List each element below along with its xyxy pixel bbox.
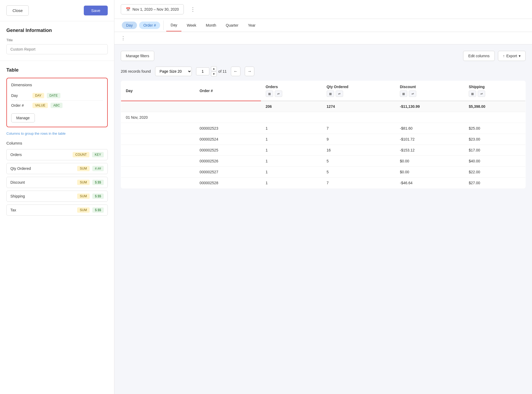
row-discount (395, 112, 464, 123)
row-shipping: $23.00 (464, 134, 525, 145)
tab-week[interactable]: Week (182, 19, 201, 31)
totals-orders: 206 (261, 101, 322, 112)
col-header-orders: Orders ▦ ⇌ (261, 81, 322, 101)
column-tax-tag1: SUM (77, 207, 90, 213)
data-table: Day Order # Orders ▦ ⇌ (121, 81, 526, 188)
toolbar-row: ⋮ (114, 32, 532, 44)
table-row: 000002528 1 7 -$46.64 $27.00 (121, 178, 526, 188)
row-order: 000002525 (195, 145, 261, 156)
tab-day[interactable]: Day (166, 19, 181, 31)
row-order: 000002527 (195, 167, 261, 178)
table-row: 000002527 1 5 $0.00 $22.00 (121, 167, 526, 178)
row-qty: 16 (322, 145, 395, 156)
row-day: 01 Nov, 2020 (121, 112, 195, 123)
qty-sort-icon[interactable]: ⇌ (336, 91, 343, 97)
row-orders: 1 (261, 167, 322, 178)
row-order: 000002528 (195, 178, 261, 188)
more-options-button[interactable]: ⋮ (188, 5, 198, 14)
shipping-sort-icon[interactable]: ⇌ (478, 91, 485, 97)
page-input[interactable] (196, 67, 209, 75)
column-tax-row: Tax SUM $.$$ (6, 204, 108, 216)
table-row: 000002526 1 5 $0.00 $40.00 (121, 156, 526, 167)
page-spin-down[interactable]: ▼ (211, 72, 217, 76)
totals-day (121, 101, 195, 112)
export-button[interactable]: ↑ Export ▾ (498, 51, 526, 61)
manage-button[interactable]: Manage (11, 113, 35, 122)
row-day (121, 134, 195, 145)
table-section: Table Dimensions Day DAY DATE Order # VA… (0, 61, 114, 225)
controls-right: Edit columns ↑ Export ▾ (463, 51, 526, 61)
row-qty: 9 (322, 134, 395, 145)
close-button[interactable]: Close (6, 5, 29, 16)
export-icon: ↑ (503, 54, 505, 58)
date-range-button[interactable]: 📅 Nov 1, 2020 – Nov 30, 2020 (121, 4, 184, 14)
row-shipping: $27.00 (464, 178, 525, 188)
row-day (121, 167, 195, 178)
tab-quarter[interactable]: Quarter (222, 19, 243, 31)
page-nav: ▲ ▼ of 11 (196, 66, 227, 76)
dimension-day-name: Day (11, 93, 30, 98)
column-discount-tag1: SUM (77, 180, 90, 185)
dimensions-hint: Columns to group the rows in the table (6, 132, 108, 136)
column-shipping-tag1: SUM (77, 194, 90, 199)
orders-sort-icon[interactable]: ⇌ (275, 91, 282, 97)
manage-filters-button[interactable]: Manage filters (121, 51, 154, 61)
row-orders: 1 (261, 145, 322, 156)
row-qty: 5 (322, 167, 395, 178)
row-discount: $0.00 (395, 167, 464, 178)
column-discount-tag2: $.$$ (92, 180, 104, 185)
export-label: Export (506, 54, 517, 58)
toolbar-dots-button[interactable]: ⋮ (121, 35, 126, 41)
column-shipping-tag2: $.$$ (92, 194, 104, 199)
column-orders-name: Orders (10, 153, 70, 157)
row-day (121, 123, 195, 134)
next-page-button[interactable]: → (245, 67, 254, 76)
dimension-ordernum-tag1: VALUE (32, 103, 48, 108)
row-day (121, 145, 195, 156)
tab-pill-ordernum[interactable]: Order # (139, 22, 160, 29)
row-orders (261, 112, 322, 123)
discount-chart-icon[interactable]: ▦ (400, 91, 407, 97)
row-discount: -$81.60 (395, 123, 464, 134)
col-header-qty: Qty Ordered ▦ ⇌ (322, 81, 395, 101)
column-shipping-name: Shipping (10, 194, 74, 198)
orders-chart-icon[interactable]: ▦ (266, 91, 273, 97)
tab-pill-day[interactable]: Day (122, 22, 137, 29)
qty-chart-icon[interactable]: ▦ (327, 91, 334, 97)
column-qtyordered-tag1: SUM (77, 166, 90, 171)
edit-columns-button[interactable]: Edit columns (463, 51, 494, 61)
column-discount-row: Discount SUM $.$$ (6, 177, 108, 188)
row-order: 000002526 (195, 156, 261, 167)
row-day (121, 156, 195, 167)
totals-qty: 1274 (322, 101, 395, 112)
table-row: 000002523 1 7 -$81.60 $25.00 (121, 123, 526, 134)
calendar-icon: 📅 (126, 7, 130, 11)
tab-year[interactable]: Year (244, 19, 260, 31)
dimensions-title: Dimensions (11, 83, 103, 87)
dimension-day-tag1: DAY (32, 93, 44, 98)
title-input[interactable] (6, 44, 108, 54)
row-discount: -$153.12 (395, 145, 464, 156)
column-qtyordered-tag2: #.## (92, 166, 104, 171)
title-label: Title (6, 38, 108, 42)
column-qtyordered-name: Qty Ordered (10, 166, 74, 171)
row-discount: -$46.64 (395, 178, 464, 188)
prev-page-button[interactable]: ← (231, 67, 240, 76)
columns-title: Columns (6, 141, 108, 145)
page-size-select[interactable]: Page Size 20 Page Size 50 Page Size 100 (155, 67, 192, 76)
row-discount: -$101.72 (395, 134, 464, 145)
main-content: Manage filters Edit columns ↑ Export ▾ 2… (114, 44, 532, 394)
table-row: 000002524 1 9 -$101.72 $23.00 (121, 134, 526, 145)
save-button[interactable]: Save (84, 6, 108, 15)
dimension-ordernum-row: Order # VALUE ABC (11, 101, 103, 110)
tab-month[interactable]: Month (202, 19, 221, 31)
discount-sort-icon[interactable]: ⇌ (409, 91, 416, 97)
left-header: Close Save (0, 0, 114, 21)
col-header-shipping: Shipping ▦ ⇌ (464, 81, 525, 101)
export-dropdown-icon: ▾ (519, 54, 521, 58)
shipping-chart-icon[interactable]: ▦ (469, 91, 476, 97)
column-tax-name: Tax (10, 208, 74, 212)
table-row: 01 Nov, 2020 (121, 112, 526, 123)
page-spin-up[interactable]: ▲ (211, 66, 217, 71)
row-order: 000002523 (195, 123, 261, 134)
